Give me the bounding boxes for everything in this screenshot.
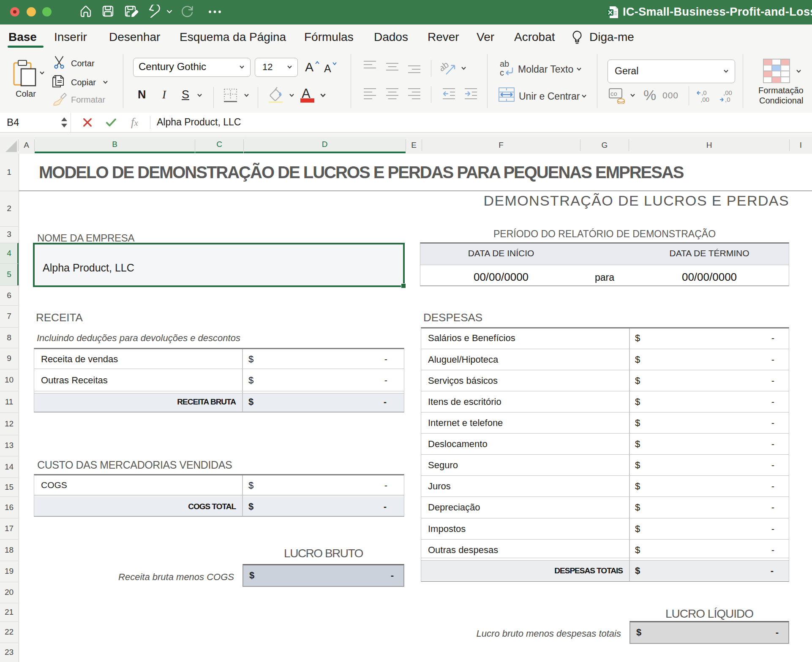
- svg-text:,00: ,00: [700, 96, 709, 103]
- svg-text:,00: ,00: [723, 89, 732, 96]
- svg-text:c: c: [500, 68, 504, 77]
- svg-text:co: co: [610, 90, 617, 97]
- svg-text:,0: ,0: [701, 89, 707, 96]
- svg-text:,0: ,0: [725, 96, 730, 103]
- svg-text:ab: ab: [500, 60, 509, 68]
